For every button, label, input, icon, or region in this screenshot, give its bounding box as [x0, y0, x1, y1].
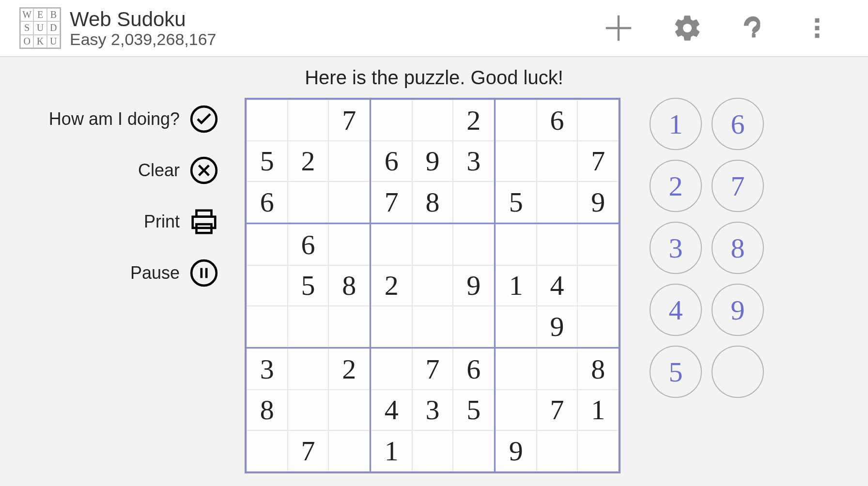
sudoku-cell[interactable]: 6 — [371, 141, 412, 182]
sudoku-cell[interactable] — [453, 430, 494, 471]
sudoku-cell[interactable] — [288, 390, 329, 431]
sudoku-cell[interactable] — [496, 390, 537, 431]
sudoku-cell[interactable]: 8 — [328, 265, 370, 306]
sudoku-cell[interactable] — [247, 306, 288, 347]
sudoku-cell[interactable] — [247, 224, 288, 265]
sudoku-cell[interactable]: 5 — [247, 141, 288, 182]
sudoku-cell[interactable] — [328, 306, 370, 347]
number-button-3[interactable]: 3 — [650, 222, 702, 274]
sudoku-cell[interactable] — [412, 100, 453, 141]
sudoku-cell[interactable] — [328, 141, 370, 182]
sudoku-cell[interactable] — [288, 182, 329, 223]
sudoku-cell[interactable]: 5 — [453, 390, 494, 431]
sudoku-cell[interactable]: 6 — [247, 182, 288, 223]
sudoku-cell[interactable] — [537, 141, 578, 182]
sudoku-cell[interactable]: 5 — [288, 265, 329, 306]
sudoku-cell[interactable] — [577, 100, 619, 141]
number-button-4[interactable]: 4 — [650, 284, 702, 336]
sudoku-cell[interactable] — [412, 265, 453, 306]
plus-icon[interactable] — [602, 11, 636, 45]
sudoku-cell[interactable]: 8 — [577, 349, 619, 390]
sudoku-cell[interactable] — [412, 306, 453, 347]
sudoku-cell[interactable] — [537, 182, 578, 223]
sudoku-cell[interactable]: 1 — [371, 430, 412, 471]
sudoku-cell[interactable] — [577, 265, 619, 306]
sudoku-cell[interactable]: 9 — [453, 265, 494, 306]
pause-button[interactable]: Pause — [130, 258, 219, 289]
sudoku-cell[interactable] — [328, 224, 370, 265]
sudoku-cell[interactable]: 9 — [412, 141, 453, 182]
clear-button[interactable]: Clear — [138, 155, 219, 186]
sudoku-cell[interactable] — [496, 141, 537, 182]
sudoku-cell[interactable] — [496, 100, 537, 141]
sudoku-cell[interactable] — [247, 265, 288, 306]
sudoku-cell[interactable] — [577, 306, 619, 347]
number-button-5[interactable]: 5 — [650, 346, 702, 398]
sudoku-cell[interactable] — [328, 182, 370, 223]
sudoku-cell[interactable]: 7 — [328, 100, 370, 141]
sudoku-cell[interactable]: 6 — [453, 349, 494, 390]
sudoku-cell[interactable]: 2 — [371, 265, 412, 306]
sudoku-cell[interactable] — [371, 306, 412, 347]
sudoku-cell[interactable] — [453, 306, 494, 347]
sudoku-cell[interactable] — [577, 224, 619, 265]
sudoku-cell[interactable] — [412, 430, 453, 471]
sudoku-cell[interactable]: 8 — [247, 390, 288, 431]
sudoku-cell[interactable]: 5 — [496, 182, 537, 223]
gear-icon[interactable] — [672, 13, 702, 43]
sudoku-cell[interactable]: 7 — [412, 349, 453, 390]
sudoku-cell[interactable]: 1 — [577, 390, 619, 431]
number-button-7[interactable]: 7 — [712, 160, 764, 212]
sudoku-cell[interactable] — [453, 182, 494, 223]
sudoku-cell[interactable] — [247, 100, 288, 141]
sudoku-cell[interactable]: 4 — [537, 265, 578, 306]
sudoku-cell[interactable] — [371, 224, 412, 265]
sudoku-cell[interactable]: 7 — [288, 430, 329, 471]
sudoku-cell[interactable]: 3 — [412, 390, 453, 431]
help-icon[interactable] — [739, 14, 767, 42]
sudoku-cell[interactable]: 2 — [328, 349, 370, 390]
sudoku-cell[interactable] — [496, 306, 537, 347]
number-button-empty[interactable] — [712, 346, 764, 398]
sudoku-cell[interactable]: 8 — [412, 182, 453, 223]
sudoku-cell[interactable]: 6 — [537, 100, 578, 141]
more-icon[interactable] — [804, 15, 830, 41]
sudoku-cell[interactable]: 7 — [577, 141, 619, 182]
number-button-2[interactable]: 2 — [650, 160, 702, 212]
sudoku-grid[interactable]: 752626937867596582914932877643518719 — [245, 98, 620, 473]
sudoku-cell[interactable] — [247, 430, 288, 471]
sudoku-cell[interactable]: 4 — [371, 390, 412, 431]
sudoku-cell[interactable]: 7 — [371, 182, 412, 223]
sudoku-cell[interactable] — [453, 224, 494, 265]
sudoku-cell[interactable] — [371, 100, 412, 141]
sudoku-cell[interactable]: 6 — [288, 224, 329, 265]
sudoku-cell[interactable] — [577, 430, 619, 471]
print-button[interactable]: Print — [144, 206, 219, 237]
sudoku-cell[interactable] — [537, 224, 578, 265]
sudoku-cell[interactable] — [371, 349, 412, 390]
sudoku-cell[interactable] — [537, 430, 578, 471]
sudoku-cell[interactable] — [328, 430, 370, 471]
sudoku-cell[interactable]: 1 — [496, 265, 537, 306]
sudoku-cell[interactable]: 7 — [537, 390, 578, 431]
sudoku-cell[interactable] — [328, 390, 370, 431]
sudoku-cell[interactable] — [537, 349, 578, 390]
sudoku-cell[interactable] — [288, 100, 329, 141]
sudoku-cell[interactable] — [412, 224, 453, 265]
sudoku-cell[interactable] — [496, 349, 537, 390]
sudoku-cell[interactable]: 9 — [496, 430, 537, 471]
number-button-9[interactable]: 9 — [712, 284, 764, 336]
sudoku-cell[interactable] — [288, 349, 329, 390]
sudoku-cell[interactable]: 2 — [288, 141, 329, 182]
sudoku-cell[interactable]: 3 — [453, 141, 494, 182]
sudoku-cell[interactable]: 9 — [577, 182, 619, 223]
number-button-6[interactable]: 6 — [712, 98, 764, 150]
sudoku-cell[interactable]: 2 — [453, 100, 494, 141]
sudoku-cell[interactable] — [288, 306, 329, 347]
sudoku-cell[interactable] — [496, 224, 537, 265]
sudoku-cell[interactable]: 3 — [247, 349, 288, 390]
number-button-8[interactable]: 8 — [712, 222, 764, 274]
check-button[interactable]: How am I doing? — [49, 104, 219, 135]
number-button-1[interactable]: 1 — [650, 98, 702, 150]
sudoku-cell[interactable]: 9 — [537, 306, 578, 347]
